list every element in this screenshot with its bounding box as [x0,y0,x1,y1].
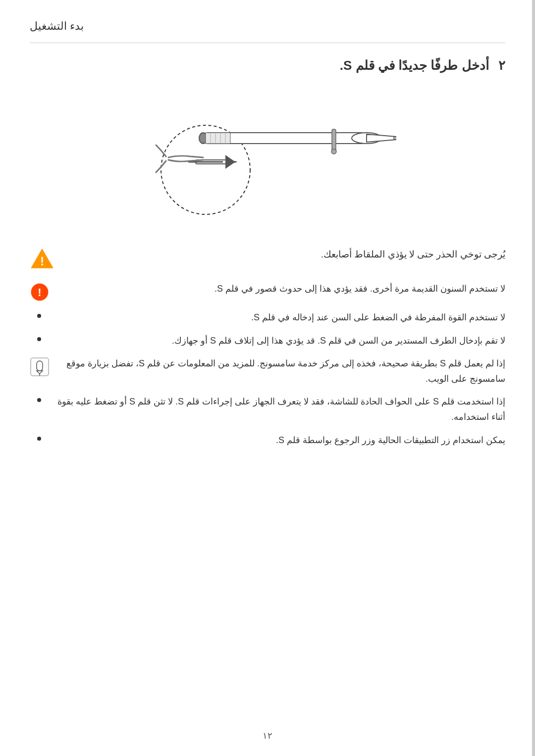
bullet-text-1: لا تستخدم السنون القديمة مرة أخرى. فقد ي… [57,281,505,297]
header-section: بدء التشغيل [30,15,505,43]
header-title: بدء التشغيل [30,20,84,33]
bullet-dot-5 [37,398,41,402]
step-section: ٢ أدخل طرفًا جديدًا في قلم S. [30,58,505,73]
bullet-item-4: إذا لم يعمل قلم S بطريقة صحيحة، فخذه إلى… [30,356,505,386]
svg-rect-8 [206,133,230,144]
warning-text: يُرجى توخي الحذر حتى لا يؤذي الملقاط أصا… [64,247,505,262]
bullet-item-6: يمكن استخدام زر التطبيقات الحالية وزر ال… [30,433,505,448]
bullet-dot-2 [37,314,41,318]
info-icon-1: ! [30,282,50,302]
svg-text:!: ! [38,286,41,299]
bullet-text-3: لا تقم بإدخال الطرف المستدير من السن في … [56,333,505,349]
svg-text:!: ! [40,255,44,268]
bullet-item-5: إذا استخدمت قلم S على الحواف الحادة للشا… [30,394,505,424]
bullet-item-1: لا تستخدم السنون القديمة مرة أخرى. فقد ي… [30,281,505,302]
bullet-item-3: لا تقم بإدخال الطرف المستدير من السن في … [30,333,505,349]
warning-notice: يُرجى توخي الحذر حتى لا يؤذي الملقاط أصا… [30,247,505,271]
pen-tip-icon [30,357,50,377]
bullet-item-2: لا تستخدم القوة المفرطة في الضغط على الس… [30,310,505,325]
bullet-dot-6 [37,437,41,441]
warning-icon: ! [30,247,54,271]
page-number: ١٢ [263,730,272,741]
bullet-dot-3 [37,337,41,341]
svg-rect-4 [332,129,336,151]
bullets-section: لا تستخدم السنون القديمة مرة أخرى. فقد ي… [30,281,505,448]
triangle-warning-icon: ! [30,247,54,271]
bullet-text-4: إذا لم يعمل قلم S بطريقة صحيحة، فخذه إلى… [57,356,505,386]
svg-marker-7 [394,137,396,140]
bullet-text-5: إذا استخدمت قلم S على الحواف الحادة للشا… [56,394,505,424]
svg-point-5 [331,149,336,154]
illustration-container [30,88,505,227]
bullet-text-2: لا تستخدم القوة المفرطة في الضغط على الس… [56,310,505,325]
pen-illustration [139,93,396,222]
stylus-icon [30,357,49,376]
svg-rect-22 [37,361,43,371]
svg-marker-15 [225,155,235,169]
info-circle-icon: ! [31,283,49,301]
page-container: بدء التشغيل ٢ أدخل طرفًا جديدًا في قلم S… [0,0,535,756]
right-border [532,0,535,756]
step-title: أدخل طرفًا جديدًا في قلم S. [340,58,489,73]
bullet-text-6: يمكن استخدام زر التطبيقات الحالية وزر ال… [56,433,505,448]
step-number: ٢ [498,58,505,73]
svg-marker-6 [367,134,396,142]
